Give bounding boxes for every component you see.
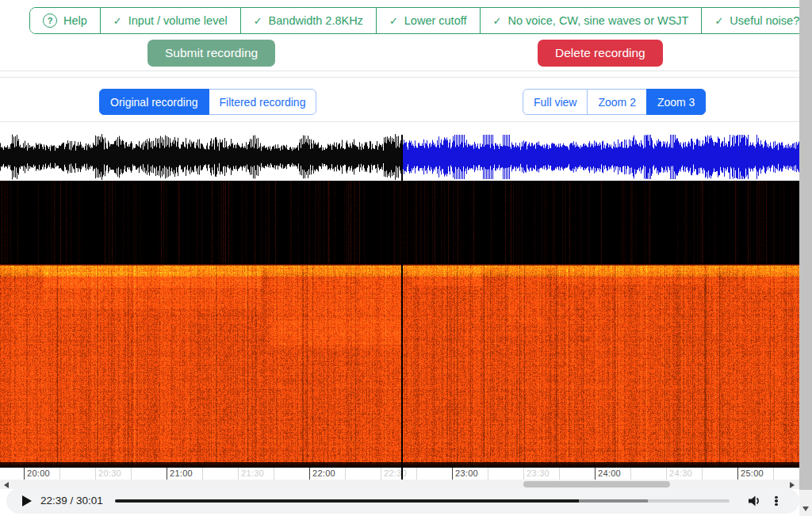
check-label: Lower cutoff bbox=[404, 14, 467, 27]
scroll-right-arrow-icon[interactable] bbox=[790, 482, 795, 488]
recording-review-page: ? Help ✓ Input / volume level ✓ Bandwidt… bbox=[0, 0, 812, 516]
check-label: No voice, CW, sine waves or WSJT bbox=[508, 14, 688, 27]
check-label: Bandwidth 2.8KHz bbox=[269, 14, 363, 27]
timeline-tick bbox=[523, 468, 524, 480]
check-icon: ✓ bbox=[493, 16, 502, 26]
check-button-group: ? Help ✓ Input / volume level ✓ Bandwidt… bbox=[29, 7, 812, 34]
timeline-tick bbox=[59, 468, 60, 480]
timeline-tick bbox=[309, 468, 310, 480]
timeline-tick bbox=[773, 468, 774, 480]
player-time: 22:39 / 30:01 bbox=[40, 495, 103, 506]
waveform-canvas[interactable] bbox=[0, 133, 799, 181]
playhead-cursor[interactable] bbox=[401, 135, 403, 480]
check-useful-noise-button[interactable]: ✓ Useful noise? bbox=[701, 8, 812, 33]
tab-zoom-2[interactable]: Zoom 2 bbox=[587, 89, 646, 115]
timeline-tick bbox=[452, 468, 453, 480]
timeline-label: 21:30 bbox=[241, 468, 264, 478]
timeline-tick bbox=[488, 468, 488, 480]
horizontal-scrollbar-thumb[interactable] bbox=[523, 481, 670, 487]
timeline-tick bbox=[559, 468, 560, 480]
timeline-label: 23:30 bbox=[527, 468, 550, 478]
timeline-label: 25:00 bbox=[741, 468, 764, 478]
timeline-tick bbox=[131, 468, 132, 480]
divider bbox=[0, 77, 799, 78]
check-icon: ✓ bbox=[113, 16, 122, 26]
progress-played bbox=[115, 499, 579, 503]
check-label: Input / volume level bbox=[128, 14, 228, 27]
speaker-icon bbox=[747, 494, 761, 508]
zoom-tab-group: Full view Zoom 2 Zoom 3 bbox=[523, 89, 706, 115]
recording-tab-group: Original recording Filtered recording bbox=[99, 89, 316, 115]
timeline-tick bbox=[595, 468, 596, 480]
timeline-tick bbox=[630, 468, 631, 480]
divider bbox=[0, 71, 799, 71]
tab-zoom-3[interactable]: Zoom 3 bbox=[646, 89, 706, 115]
timeline-tick bbox=[345, 468, 346, 480]
check-lower-cutoff-button[interactable]: ✓ Lower cutoff bbox=[376, 8, 480, 33]
kebab-icon bbox=[772, 496, 780, 506]
timeline-tick bbox=[274, 468, 274, 480]
timeline: 20:0020:3021:0021:3022:0022:3023:0023:30… bbox=[0, 468, 799, 480]
timeline-label: 24:00 bbox=[598, 468, 621, 478]
play-button[interactable] bbox=[22, 495, 33, 506]
delete-recording-button[interactable]: Delete recording bbox=[538, 40, 663, 67]
top-toolbar: ? Help ✓ Input / volume level ✓ Bandwidt… bbox=[0, 0, 799, 71]
timeline-tick bbox=[381, 468, 381, 480]
timeline-label: 22:00 bbox=[312, 468, 335, 478]
submit-recording-button[interactable]: Submit recording bbox=[147, 40, 275, 67]
check-label: Useful noise? bbox=[730, 14, 799, 27]
timeline-label: 20:30 bbox=[98, 468, 121, 478]
scroll-left-arrow-icon[interactable] bbox=[4, 482, 9, 488]
volume-button[interactable] bbox=[747, 494, 761, 508]
scroll-down-arrow-icon[interactable] bbox=[802, 506, 809, 511]
timeline-label: 20:00 bbox=[27, 468, 50, 478]
tab-original-recording[interactable]: Original recording bbox=[99, 89, 209, 115]
help-icon: ? bbox=[43, 13, 57, 28]
check-icon: ✓ bbox=[389, 16, 398, 26]
page-scrollbar-thumb[interactable] bbox=[799, 0, 812, 490]
timeline-tick bbox=[167, 468, 167, 480]
timeline-label: 22:30 bbox=[384, 468, 407, 478]
check-icon: ✓ bbox=[714, 16, 723, 26]
timeline-tick bbox=[416, 468, 417, 480]
timeline-tick bbox=[666, 468, 667, 480]
tab-filtered-recording[interactable]: Filtered recording bbox=[209, 89, 317, 115]
help-label: Help bbox=[63, 14, 87, 27]
timeline-tick bbox=[238, 468, 239, 480]
help-button[interactable]: ? Help bbox=[30, 8, 100, 33]
check-icon: ✓ bbox=[254, 16, 262, 26]
progress-remaining bbox=[648, 499, 730, 503]
timeline-label: 23:00 bbox=[455, 468, 478, 478]
divider bbox=[0, 121, 799, 122]
timeline-tick bbox=[24, 468, 25, 480]
progress-buffered bbox=[579, 499, 648, 503]
check-input-volume-button[interactable]: ✓ Input / volume level bbox=[100, 8, 240, 33]
timeline-tick bbox=[202, 468, 203, 480]
tab-full-view[interactable]: Full view bbox=[523, 89, 588, 115]
spectrogram-canvas[interactable] bbox=[0, 181, 799, 468]
timeline-tick bbox=[95, 468, 96, 480]
timeline-label: 24:30 bbox=[669, 468, 692, 478]
page-scrollbar[interactable] bbox=[799, 0, 812, 516]
player-progress-bar[interactable] bbox=[115, 499, 730, 503]
timeline-tick bbox=[737, 468, 738, 480]
player-menu-button[interactable] bbox=[772, 494, 780, 508]
audio-player: 22:39 / 30:01 bbox=[6, 488, 799, 514]
timeline-tick bbox=[702, 468, 703, 480]
check-no-voice-button[interactable]: ✓ No voice, CW, sine waves or WSJT bbox=[480, 8, 702, 33]
check-bandwidth-button[interactable]: ✓ Bandwidth 2.8KHz bbox=[240, 8, 376, 33]
timeline-label: 21:00 bbox=[170, 468, 193, 478]
play-icon bbox=[22, 495, 32, 506]
